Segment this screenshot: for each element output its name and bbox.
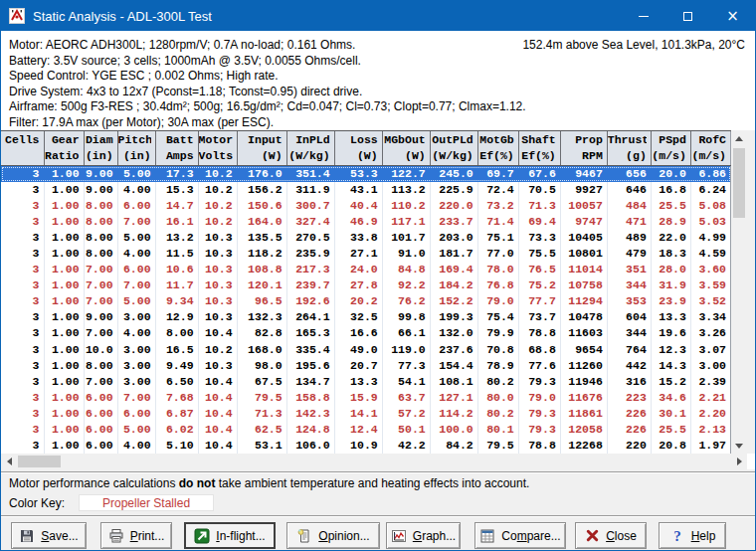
table-row[interactable]: 31.007.007.0011.710.3120.1239.727.892.21…: [1, 277, 731, 293]
table-cell: 6.00: [117, 406, 155, 422]
table-cell: 6.00: [84, 406, 117, 422]
save-button[interactable]: Save...: [11, 522, 87, 549]
table-cell: 9.00: [84, 182, 117, 198]
table-cell: 7.00: [84, 293, 117, 309]
table-cell: 4.00: [117, 438, 155, 454]
column-header[interactable]: Cells: [1, 131, 44, 166]
color-key-row: Color Key: Propeller Stalled: [1, 492, 755, 513]
table-cell: 11.7: [155, 277, 198, 293]
opinion-button[interactable]: Opinion...: [286, 522, 380, 549]
column-header[interactable]: MGbOut(W): [382, 131, 430, 166]
column-header[interactable]: Thrust(g): [607, 131, 651, 166]
column-header[interactable]: Loss(W): [334, 131, 382, 166]
table-row[interactable]: 31.009.004.0015.310.2156.2311.943.1113.2…: [1, 182, 731, 198]
table-row[interactable]: 31.007.005.009.3410.396.5192.620.276.215…: [1, 293, 731, 309]
scroll-up-button[interactable]: [731, 130, 747, 146]
table-row[interactable]: 31.007.006.0010.610.3108.8217.324.084.81…: [1, 262, 731, 277]
vertical-scroll-thumb[interactable]: [733, 148, 745, 218]
print-icon: [108, 528, 124, 544]
column-header[interactable]: PSpd(m/s): [651, 131, 690, 166]
speed-control-line: Speed Control: YGE ESC ; 0.002 Ohms; Hig…: [9, 69, 747, 85]
table-cell: 3.34: [690, 309, 730, 325]
table-cell: 53.3: [334, 166, 382, 183]
scroll-left-button[interactable]: [1, 454, 17, 469]
table-cell: 106.0: [286, 438, 334, 454]
close-window-button[interactable]: ×: [710, 1, 755, 31]
table-cell: 12058: [560, 422, 607, 438]
maximize-icon: [683, 12, 692, 21]
table-row[interactable]: 31.008.007.0016.110.2164.0327.446.9117.1…: [1, 214, 731, 230]
column-header[interactable]: RofC(m/s): [690, 131, 730, 166]
table-row[interactable]: 31.007.004.008.0010.482.8165.316.666.113…: [1, 325, 731, 341]
table-cell: 3: [1, 262, 44, 277]
table-row[interactable]: 31.009.005.0017.310.2176.0351.453.3122.7…: [1, 166, 731, 183]
table-cell: 1.00: [44, 342, 84, 358]
vertical-scrollbar[interactable]: [731, 130, 747, 454]
table-cell: 7.00: [84, 262, 117, 277]
table-row[interactable]: 31.006.005.006.0210.462.5124.812.450.110…: [1, 422, 731, 438]
help-icon: ?: [669, 528, 685, 544]
window-title: Static Analysis - ADL-300L Test: [33, 9, 621, 24]
close-icon: ×: [726, 9, 739, 24]
table-cell: 165.3: [286, 325, 334, 341]
column-header[interactable]: ShaftEf(%): [518, 131, 560, 166]
table-row[interactable]: 31.006.004.005.1010.453.1106.010.942.284…: [1, 438, 731, 454]
table-cell: 3: [1, 390, 44, 406]
table-cell: 110.2: [382, 198, 430, 214]
print-button[interactable]: Print...: [100, 522, 172, 549]
table-cell: 192.6: [286, 293, 334, 309]
table-cell: 7.00: [84, 374, 117, 390]
column-header[interactable]: InPLd(W/kg): [286, 131, 334, 166]
table-row[interactable]: 31.008.003.009.4910.398.0195.620.777.315…: [1, 358, 731, 374]
table-cell: 1.00: [44, 422, 84, 438]
column-header[interactable]: MotGbEf(%): [477, 131, 518, 166]
minimize-button[interactable]: [621, 1, 665, 31]
column-header[interactable]: OutPLd(W/kg): [430, 131, 477, 166]
graph-button[interactable]: Graph...: [386, 522, 461, 549]
table-row[interactable]: 31.006.007.007.6810.479.5158.815.963.712…: [1, 390, 731, 406]
table-cell: 114.2: [430, 406, 477, 422]
column-header[interactable]: MotorVolts: [198, 131, 237, 166]
table-cell: 353: [607, 293, 651, 309]
scroll-down-button[interactable]: [731, 438, 747, 454]
column-header[interactable]: Diam(in): [84, 131, 117, 166]
right-arrow-icon: [737, 458, 742, 465]
horizontal-scrollbar[interactable]: [1, 454, 747, 469]
table-cell: 10.4: [198, 325, 237, 341]
close-button[interactable]: Close: [575, 522, 647, 549]
table-cell: 75.1: [477, 230, 518, 246]
in-flight-button[interactable]: In-flight...: [184, 522, 276, 549]
table-row[interactable]: 31.008.006.0014.710.2150.6300.740.4110.2…: [1, 198, 731, 214]
table-cell: 27.1: [334, 246, 382, 262]
compare-button[interactable]: Compare...: [474, 522, 566, 549]
table-cell: 76.5: [518, 262, 560, 277]
table-cell: 3: [1, 230, 44, 246]
table-cell: 237.6: [430, 342, 477, 358]
column-header[interactable]: PropRPM: [560, 131, 607, 166]
table-cell: 3.00: [117, 342, 155, 358]
help-button[interactable]: ? Help: [659, 522, 726, 549]
table-cell: 11946: [560, 374, 607, 390]
table-cell: 31.9: [651, 277, 690, 293]
table-cell: 5.03: [690, 214, 730, 230]
table-cell: 10.3: [198, 309, 237, 325]
color-key-label: Color Key:: [9, 496, 65, 510]
table-cell: 80.0: [477, 390, 518, 406]
scroll-right-button[interactable]: [731, 454, 747, 469]
table-row[interactable]: 31.009.003.0012.910.3132.3264.132.599.81…: [1, 309, 731, 325]
left-arrow-icon: [7, 458, 12, 465]
table-row[interactable]: 31.008.004.0011.510.3118.2235.927.191.01…: [1, 246, 731, 262]
maximize-button[interactable]: [665, 1, 710, 31]
table-cell: 3.00: [117, 374, 155, 390]
column-header[interactable]: BattAmps: [155, 131, 198, 166]
table-row[interactable]: 31.0010.03.0016.510.2168.0335.449.0119.0…: [1, 342, 731, 358]
table-row[interactable]: 31.007.003.006.5010.467.5134.713.354.110…: [1, 374, 731, 390]
table-cell: 71.3: [518, 198, 560, 214]
column-header[interactable]: Pitch(in): [117, 131, 155, 166]
table-row[interactable]: 31.008.005.0013.210.3135.5270.533.8101.7…: [1, 230, 731, 246]
column-header[interactable]: Input(W): [237, 131, 286, 166]
column-header[interactable]: GearRatio: [44, 131, 84, 166]
table-row[interactable]: 31.006.006.006.8710.471.3142.314.157.211…: [1, 406, 731, 422]
horizontal-scroll-thumb[interactable]: [18, 456, 61, 467]
table-cell: 11260: [560, 358, 607, 374]
